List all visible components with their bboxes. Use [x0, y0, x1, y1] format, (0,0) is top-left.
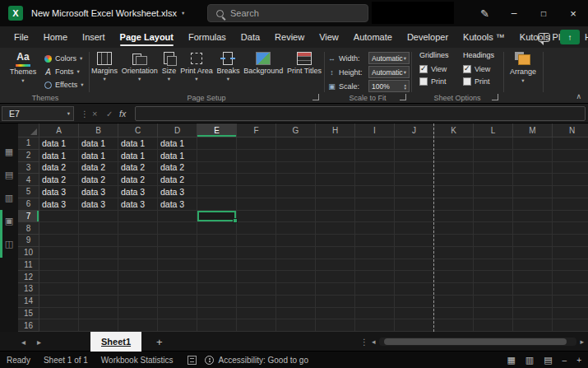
cell-H16[interactable] [316, 319, 355, 332]
new-sheet-button[interactable]: + [156, 332, 163, 352]
row-header-11[interactable]: 11 [18, 259, 39, 272]
column-header-E[interactable]: E [197, 123, 237, 137]
gridlines-print-checkbox[interactable] [419, 77, 428, 86]
document-title[interactable]: New Microsoft Excel Worksheet.xlsx [31, 0, 184, 26]
cell-F8[interactable] [237, 222, 276, 235]
cell-B9[interactable] [79, 235, 118, 247]
cell-A8[interactable] [39, 222, 79, 235]
page-layout-view-button[interactable]: ▥ [525, 355, 534, 366]
column-header-C[interactable]: C [118, 123, 158, 137]
enter-icon[interactable]: ✓ [106, 104, 113, 123]
cell-F1[interactable] [237, 137, 276, 150]
cell-B12[interactable] [79, 271, 118, 283]
cell-F3[interactable] [237, 162, 276, 175]
cell-L3[interactable] [474, 162, 513, 175]
cell-K11[interactable] [434, 259, 474, 272]
horizontal-scrollbar[interactable]: ◂ ▸ [372, 336, 584, 347]
cell-B11[interactable] [79, 259, 118, 272]
cell-D14[interactable] [158, 296, 197, 308]
cell-N12[interactable] [553, 271, 588, 283]
cell-D16[interactable] [158, 319, 197, 332]
cell-N10[interactable] [553, 247, 588, 259]
zoom-out-icon[interactable]: – [563, 356, 567, 365]
cell-B15[interactable] [79, 308, 118, 320]
cell-H2[interactable] [316, 150, 355, 162]
cell-L10[interactable] [474, 247, 513, 259]
share-button[interactable]: ↑ [560, 30, 580, 44]
cell-H8[interactable] [316, 222, 355, 235]
cell-K4[interactable] [434, 174, 474, 186]
ribbon-tab-insert[interactable]: Insert [75, 26, 113, 48]
cell-K9[interactable] [434, 235, 474, 247]
ribbon-tab-home[interactable]: Home [36, 26, 75, 48]
orientation-button[interactable]: Orientation [121, 49, 159, 82]
row-header-5[interactable]: 5 [18, 186, 39, 198]
cell-D9[interactable] [158, 235, 197, 247]
cell-J1[interactable] [395, 137, 434, 150]
cell-E12[interactable] [197, 271, 237, 283]
cell-D5[interactable]: data 3 [158, 186, 197, 198]
cell-J9[interactable] [395, 235, 434, 247]
cell-B5[interactable]: data 3 [79, 186, 118, 198]
cell-A12[interactable] [39, 271, 79, 283]
cell-D15[interactable] [158, 308, 197, 320]
cell-G13[interactable] [276, 283, 316, 296]
cell-M5[interactable] [513, 186, 553, 198]
cell-I6[interactable] [355, 198, 395, 211]
close-button[interactable]: × [558, 0, 588, 26]
cell-K13[interactable] [434, 283, 474, 296]
cell-E1[interactable] [197, 137, 237, 150]
cell-A10[interactable] [39, 247, 79, 259]
cell-N11[interactable] [553, 259, 588, 272]
ribbon-tab-review[interactable]: Review [267, 26, 312, 48]
cell-D13[interactable] [158, 283, 197, 296]
cell-E9[interactable] [197, 235, 237, 247]
cell-A2[interactable]: data 1 [39, 150, 79, 162]
cell-H1[interactable] [316, 137, 355, 150]
cell-D8[interactable] [158, 222, 197, 235]
cell-E7[interactable] [197, 211, 237, 223]
cell-G7[interactable] [276, 211, 316, 223]
cell-J5[interactable] [395, 186, 434, 198]
cell-E8[interactable] [197, 222, 237, 235]
display-settings-icon[interactable] [188, 356, 197, 365]
cell-N4[interactable] [553, 174, 588, 186]
previous-sheet-icon[interactable]: ◂ [21, 338, 25, 347]
cell-I1[interactable] [355, 137, 395, 150]
cell-H6[interactable] [316, 198, 355, 211]
cell-M6[interactable] [513, 198, 553, 211]
cell-K12[interactable] [434, 271, 474, 283]
height-combobox[interactable]: Automatic [368, 66, 410, 78]
cell-G2[interactable] [276, 150, 316, 162]
comments-icon[interactable] [538, 33, 550, 42]
page-setup-dialog-launcher-icon[interactable] [313, 94, 319, 100]
kutools-worksheets-icon[interactable]: ▤ [5, 170, 13, 180]
cell-K10[interactable] [434, 247, 474, 259]
cell-A3[interactable]: data 2 [39, 162, 79, 175]
print-area-button[interactable]: Print Area [179, 49, 214, 82]
cell-B7[interactable] [79, 211, 118, 223]
cell-C15[interactable] [118, 308, 158, 320]
cell-B6[interactable]: data 3 [79, 198, 118, 211]
cell-F11[interactable] [237, 259, 276, 272]
formula-input[interactable] [135, 106, 586, 121]
insert-function-icon[interactable]: fx [119, 104, 126, 123]
scrollbar-track[interactable] [379, 338, 577, 346]
cell-I9[interactable] [355, 235, 395, 247]
kutools-find-icon[interactable]: ◫ [5, 239, 13, 249]
margins-button[interactable]: Margins [90, 49, 118, 82]
cell-D7[interactable] [158, 211, 197, 223]
scrollbar-thumb[interactable] [384, 338, 567, 345]
cell-D10[interactable] [158, 247, 197, 259]
cell-I8[interactable] [355, 222, 395, 235]
print-titles-button[interactable]: Print Titles [286, 49, 322, 82]
maximize-button[interactable]: □ [529, 0, 558, 26]
column-header-F[interactable]: F [237, 123, 276, 137]
cell-D1[interactable]: data 1 [158, 137, 197, 150]
cell-C16[interactable] [118, 319, 158, 332]
select-all-button[interactable] [18, 123, 39, 137]
colors-button[interactable]: Colors [44, 52, 87, 65]
cell-J7[interactable] [395, 211, 434, 223]
cell-I4[interactable] [355, 174, 395, 186]
cell-E15[interactable] [197, 308, 237, 320]
